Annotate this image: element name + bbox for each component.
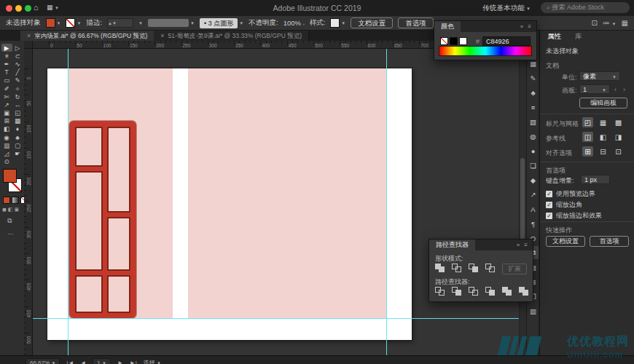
grid-icon[interactable]: ▦ (622, 19, 628, 27)
symbols-panel-icon[interactable]: ♣ (528, 86, 539, 99)
tab-properties[interactable]: 属性 (547, 32, 561, 41)
scale-tool-icon[interactable]: ↗ (1, 100, 12, 108)
intersect-icon[interactable] (469, 264, 480, 273)
gradient-panel-icon[interactable]: ▧ (528, 115, 539, 128)
ruler-origin-corner[interactable] (24, 41, 33, 49)
stroke-color-control[interactable]: ▼ (66, 18, 81, 28)
vertical-ruler[interactable]: 050100150200250300350400450500 (24, 49, 33, 355)
next-artboard-icon[interactable]: ► (117, 360, 123, 364)
draw-normal-icon[interactable]: ◼ (2, 207, 7, 213)
expand-button[interactable]: 扩展 (502, 264, 527, 274)
edit-artboards-button[interactable]: 编辑画板 (579, 98, 627, 108)
outline-icon[interactable] (502, 287, 513, 296)
fill-swatch[interactable] (46, 18, 55, 28)
lasso-tool-icon[interactable]: ⊂ (12, 52, 23, 60)
window-pane-shape[interactable] (107, 275, 130, 313)
zoom-level[interactable]: 66.67% ▼ (26, 358, 60, 364)
minus-back-icon[interactable] (519, 287, 530, 296)
vertical-guide[interactable] (68, 49, 69, 355)
color-panel-controls-icon[interactable]: » ≡ (520, 21, 533, 32)
window-pane-shape[interactable] (75, 275, 103, 313)
workspace-icon[interactable]: ≔ ▼ (603, 19, 617, 27)
selection-tool-icon[interactable]: ▶ (1, 44, 12, 52)
canvas[interactable] (33, 49, 526, 355)
crop-icon[interactable] (485, 287, 496, 296)
black-swatch[interactable] (450, 37, 458, 45)
column-graph-tool-icon[interactable]: ▥ (1, 141, 12, 149)
rulers-option-icon[interactable]: ▩ (613, 117, 624, 127)
eyedropper-tool-icon[interactable]: ♦ (12, 125, 23, 133)
gradient-tool-icon[interactable]: ◧ (1, 125, 12, 133)
pathfinder-panel-header[interactable]: 路径查找器 » ≡ (429, 240, 533, 250)
window-pane-shape[interactable] (75, 171, 103, 271)
artboard-select[interactable]: 1▼ (579, 84, 610, 94)
perspective-grid-tool-icon[interactable]: ⊞ (1, 117, 12, 125)
brushes-panel-icon[interactable]: ✎ (528, 71, 539, 84)
first-artboard-icon[interactable]: |◄ (66, 360, 74, 364)
scissors-tool-icon[interactable]: ✄ (1, 92, 12, 100)
gradient-button[interactable] (12, 197, 19, 204)
rotate-tool-icon[interactable]: ↻ (12, 92, 23, 100)
divide-icon[interactable] (435, 287, 446, 296)
merge-icon[interactable] (469, 287, 480, 296)
stroke-panel-icon[interactable]: ≡ (528, 100, 539, 114)
brush-definition-control[interactable]: • 3 点圆形▼ (200, 18, 243, 28)
mesh-tool-icon[interactable]: ▦ (12, 117, 23, 125)
color-button[interactable] (3, 197, 10, 204)
window-pane-shape[interactable] (107, 217, 130, 271)
none-swatch[interactable] (440, 37, 448, 45)
width-tool-icon[interactable]: ↔ (12, 100, 23, 108)
document-tab-active[interactable]: ×室内场景.ai* @ 66.67% (RGB/GPU 预览) (20, 31, 154, 41)
edit-toolbar-icon[interactable]: … (7, 229, 15, 236)
checkbox-icon[interactable]: ✓ (546, 213, 552, 219)
preference-checkbox[interactable]: ✓缩放描边和效果 (546, 211, 602, 221)
character-panel-icon[interactable]: A (528, 202, 539, 215)
rulers-option-icon[interactable]: ▦ (598, 117, 608, 127)
close-tab-icon[interactable]: × (160, 32, 164, 39)
pen-tool-icon[interactable]: ✒ (1, 60, 12, 68)
appearance-panel-icon[interactable]: ● (528, 144, 539, 157)
pathfinder-panel-tab[interactable]: 路径查找器 (429, 240, 475, 250)
hand-tool-icon[interactable]: ☛ (12, 149, 23, 157)
guides-option-icon[interactable]: ◫ (582, 132, 593, 142)
checkbox-icon[interactable]: ✓ (546, 202, 552, 208)
preference-checkbox[interactable]: ✓缩放边角 (546, 200, 582, 210)
document-setup-button[interactable]: 文档设置 (351, 17, 393, 28)
direct-selection-tool-icon[interactable]: ▷ (12, 44, 23, 52)
opacity-value[interactable]: 100% › (283, 19, 305, 27)
close-tab-icon[interactable]: × (27, 32, 31, 39)
pink-rectangle-shape[interactable] (188, 68, 386, 318)
quick-document-setup-button[interactable]: 文档设置 (546, 236, 585, 247)
horizontal-guide[interactable] (33, 318, 526, 319)
color-spectrum-bar[interactable] (439, 46, 532, 56)
hex-input[interactable]: C84926 (482, 36, 531, 46)
stroke-swatch[interactable] (66, 18, 75, 28)
trim-icon[interactable] (452, 287, 463, 296)
prev-artboard-icon[interactable]: ◄ (80, 360, 86, 364)
rulers-option-icon[interactable]: ◰ (582, 117, 593, 127)
vertical-guide[interactable] (386, 49, 387, 355)
paragraph-panel-icon[interactable]: ¶ (528, 217, 539, 230)
last-artboard-icon[interactable]: ►| (130, 360, 137, 364)
layers-panel-icon[interactable]: ◆ (528, 173, 539, 186)
color-panel-header[interactable]: 颜色 » ≡ (434, 21, 536, 32)
guides-option-icon[interactable]: ◧ (598, 132, 608, 142)
arrange-icon[interactable]: ⊡ (591, 19, 597, 27)
guides-option-icon[interactable]: ◨ (613, 132, 624, 142)
draw-inside-icon[interactable]: ▣ (14, 207, 19, 213)
transparency-panel-icon[interactable]: ◍ (528, 130, 539, 143)
blend-tool-icon[interactable]: ◉ (1, 133, 12, 141)
shaper-tool-icon[interactable]: ✧ (12, 84, 23, 92)
slice-tool-icon[interactable]: ◿ (1, 149, 12, 157)
stock-search-input[interactable]: ⌕ 搜索 Adobe Stock (541, 2, 630, 13)
pencil-tool-icon[interactable]: ✐ (1, 84, 12, 92)
window-pane-shape[interactable] (75, 127, 103, 167)
minus-front-icon[interactable] (452, 264, 463, 273)
artboard-tool-icon[interactable]: ▢ (12, 141, 23, 149)
toolbar-fill-swatch[interactable] (3, 169, 17, 183)
keyboard-increment-input[interactable]: 1 px (581, 175, 610, 184)
style-control[interactable]: ▼ (330, 18, 345, 28)
workspace-switcher[interactable]: 传统基本功能 ▼ (482, 4, 531, 13)
units-select[interactable]: 像素▼ (579, 71, 620, 81)
color-panel-tab[interactable]: 颜色 (434, 21, 461, 32)
